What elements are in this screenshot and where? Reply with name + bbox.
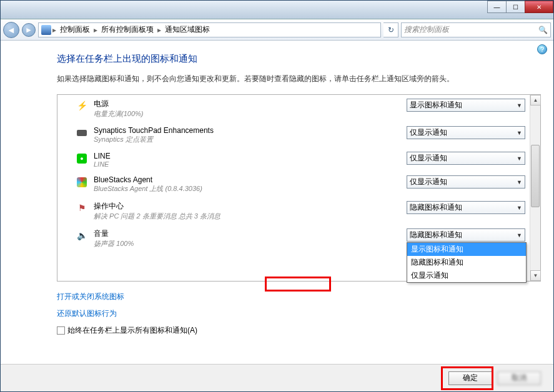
- volume-icon: 🔈: [76, 230, 87, 241]
- help-icon[interactable]: ?: [537, 44, 547, 54]
- power-icon: ⚡: [76, 100, 87, 111]
- item-sub: 电量充满(100%): [94, 109, 407, 119]
- control-panel-icon: [41, 25, 51, 35]
- chevron-down-icon: ▼: [517, 179, 522, 185]
- scroll-down-button[interactable]: ▼: [530, 270, 541, 281]
- notification-icon-list: ▲ ▼ ⚡ 电源 电量充满(100%) 显示图标和通知▼ Synaptics T…: [57, 94, 541, 282]
- line-icon: ●: [76, 153, 87, 164]
- breadcrumb-item[interactable]: 所有控制面板项: [99, 24, 156, 35]
- list-item: ⚡ 电源 电量充满(100%) 显示图标和通知▼: [57, 95, 540, 122]
- window: — ☐ ✕ ◄ ► ▸ 控制面板 ▸ 所有控制面板项 ▸ 通知区域图标 ↻ 搜索…: [0, 0, 554, 392]
- restore-defaults-link[interactable]: 还原默认图标行为: [57, 308, 541, 319]
- navbar: ◄ ► ▸ 控制面板 ▸ 所有控制面板项 ▸ 通知区域图标 ↻ 搜索控制面板 🔍: [1, 19, 553, 41]
- breadcrumb-item[interactable]: 通知区域图标: [162, 24, 212, 35]
- item-sub: LINE: [94, 160, 407, 168]
- item-sub: 扬声器 100%: [94, 239, 407, 248]
- behavior-select[interactable]: 仅显示通知▼: [407, 175, 525, 189]
- scrollbar[interactable]: ▲ ▼: [530, 95, 540, 281]
- content-area: ? 选择在任务栏上出现的图标和通知 如果选择隐藏图标和通知，则不会向您通知更改和…: [1, 41, 553, 391]
- list-item: ● LINE LINE 仅显示通知▼: [57, 148, 540, 172]
- breadcrumb-sep: ▸: [157, 26, 161, 34]
- list-item: ⚑ 操作中心 解决 PC 问题 2 条重要消息 总共 3 条消息 隐藏图标和通知…: [57, 197, 540, 225]
- refresh-icon: ↻: [388, 26, 394, 34]
- nav-forward-button[interactable]: ►: [22, 23, 36, 37]
- chevron-down-icon: ▼: [517, 205, 522, 211]
- scroll-up-button[interactable]: ▲: [530, 95, 541, 105]
- maximize-button[interactable]: ☐: [506, 1, 525, 13]
- refresh-button[interactable]: ↻: [383, 22, 398, 37]
- dropdown-menu: 显示图标和通知 隐藏图标和通知 仅显示通知: [407, 242, 527, 283]
- bluestacks-icon: [76, 177, 87, 188]
- item-sub: BlueStacks Agent 上线 (0.8.4.3036): [94, 184, 407, 194]
- dropdown-option[interactable]: 仅显示通知: [407, 269, 526, 282]
- button-bar: 确定 取消: [1, 364, 553, 391]
- search-placeholder: 搜索控制面板: [404, 24, 449, 35]
- dropdown-option[interactable]: 显示图标和通知: [407, 243, 526, 256]
- list-item: Synaptics TouchPad Enhancements Synaptic…: [57, 122, 540, 148]
- breadcrumb[interactable]: ▸ 控制面板 ▸ 所有控制面板项 ▸ 通知区域图标: [38, 22, 381, 37]
- item-name: 音量: [94, 228, 407, 239]
- behavior-select[interactable]: 仅显示通知▼: [407, 152, 525, 165]
- list-item: BlueStacks Agent BlueStacks Agent 上线 (0.…: [57, 172, 540, 197]
- page-desc: 如果选择隐藏图标和通知，则不会向您通知更改和更新。若要随时查看隐藏的图标，请单击…: [57, 74, 541, 84]
- minimize-button[interactable]: —: [487, 1, 506, 13]
- list-item: 🔈 音量 扬声器 100% 隐藏图标和通知▼ 显示图标和通知 隐藏图标和通知 仅…: [57, 225, 540, 252]
- chevron-down-icon: ▼: [517, 232, 522, 238]
- search-icon: 🔍: [538, 26, 548, 34]
- item-sub: 解决 PC 问题 2 条重要消息 总共 3 条消息: [94, 212, 407, 221]
- page-title: 选择在任务栏上出现的图标和通知: [57, 53, 541, 65]
- close-button[interactable]: ✕: [525, 1, 553, 13]
- titlebar: — ☐ ✕: [1, 1, 553, 19]
- breadcrumb-sep: ▸: [52, 26, 56, 34]
- nav-back-button[interactable]: ◄: [3, 22, 19, 38]
- always-show-checkbox-row: 始终在任务栏上显示所有图标和通知(A): [57, 325, 541, 336]
- search-input[interactable]: 搜索控制面板 🔍: [401, 22, 551, 37]
- breadcrumb-item[interactable]: 控制面板: [57, 24, 92, 35]
- breadcrumb-sep: ▸: [94, 26, 97, 34]
- forward-icon: ►: [25, 26, 32, 34]
- behavior-select[interactable]: 显示图标和通知▼: [407, 99, 525, 112]
- dropdown-option[interactable]: 隐藏图标和通知: [407, 256, 526, 269]
- item-name: LINE: [94, 152, 407, 160]
- scroll-thumb[interactable]: [531, 145, 540, 207]
- behavior-select[interactable]: 隐藏图标和通知▼ 显示图标和通知 隐藏图标和通知 仅显示通知: [407, 228, 525, 242]
- chevron-down-icon: ▼: [517, 130, 522, 136]
- ok-button[interactable]: 确定: [448, 371, 492, 385]
- chevron-down-icon: ▼: [517, 102, 522, 109]
- cancel-button[interactable]: 取消: [497, 371, 541, 385]
- chevron-down-icon: ▼: [517, 155, 522, 162]
- item-name: 操作中心: [94, 201, 407, 212]
- item-name: Synaptics TouchPad Enhancements: [94, 126, 407, 135]
- action-center-icon: ⚑: [76, 202, 87, 213]
- links: 打开或关闭系统图标 还原默认图标行为: [57, 292, 541, 319]
- behavior-select[interactable]: 仅显示通知▼: [407, 126, 525, 139]
- always-show-checkbox[interactable]: [57, 326, 65, 335]
- touchpad-icon: [76, 127, 87, 139]
- item-name: BlueStacks Agent: [94, 175, 407, 184]
- checkbox-label: 始终在任务栏上显示所有图标和通知(A): [67, 325, 197, 336]
- item-name: 电源: [94, 99, 407, 109]
- behavior-select[interactable]: 隐藏图标和通知▼: [407, 201, 525, 214]
- back-icon: ◄: [7, 25, 16, 35]
- system-icons-link[interactable]: 打开或关闭系统图标: [57, 292, 541, 302]
- item-sub: Synaptics 定点装置: [94, 135, 407, 144]
